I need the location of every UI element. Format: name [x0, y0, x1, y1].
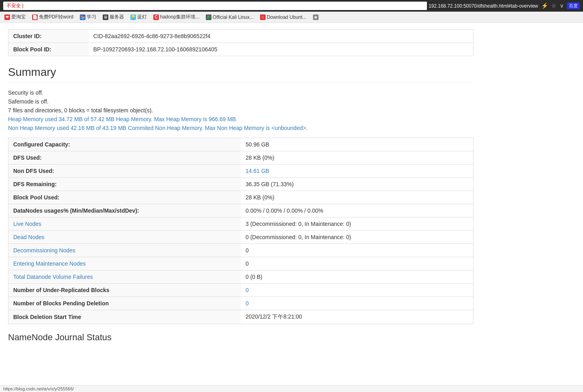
bookmark-hadoop[interactable]: C hadoop集群环境... — [151, 13, 201, 21]
pending-deletion-row: Number of Blocks Pending Deletion 0 — [8, 297, 473, 310]
bookmark-ubuntu-label: Download Ubunt... — [267, 14, 307, 20]
datanodes-usages-row: DataNodes usages% (Min/Median/Max/stdDev… — [8, 204, 473, 217]
bookmark-misc[interactable]: ■ — [311, 14, 321, 21]
node-section-heading: NameNode Journal Status — [8, 332, 473, 343]
under-replicated-link[interactable]: 0 — [246, 287, 249, 293]
volume-failures-value: 0 (0 B) — [241, 270, 473, 284]
bookmark-kali-label: Official Kali Linux... — [213, 14, 254, 20]
volume-failures-link[interactable]: Total Datanode Volume Failures — [13, 274, 93, 280]
lantern-icon: 💡 — [130, 14, 136, 20]
non-dfs-used-value: 14.61 GB — [241, 165, 473, 178]
browser-url: 不安全 | — [3, 2, 427, 10]
dead-nodes-value: 0 (Decommissioned: 0, In Maintenance: 0) — [241, 231, 473, 244]
bookmark-aitaobao-label: 爱淘宝 — [11, 14, 26, 20]
dead-nodes-link[interactable]: Dead Nodes — [13, 234, 45, 240]
bookmark-server-label: 服务器 — [110, 14, 124, 20]
star-icon[interactable]: ☆ — [551, 2, 557, 9]
under-replicated-value: 0 — [241, 284, 473, 297]
block-deletion-time-row: Block Deletion Start Time 2020/12/2 下午8:… — [8, 310, 473, 324]
cluster-id-value: CID-82aa2692-6926-4c86-9273-8e8b906522f4 — [89, 30, 473, 43]
safemode-status: Safemode is off. — [8, 98, 473, 105]
dfs-used-value: 28 KB (0%) — [241, 151, 473, 165]
pending-deletion-link[interactable]: 0 — [246, 300, 249, 307]
maintenance-nodes-label: Entering Maintenance Nodes — [8, 257, 241, 270]
block-pool-used-row: Block Pool Used: 28 KB (0%) — [8, 191, 473, 204]
dead-nodes-label: Dead Nodes — [8, 231, 241, 244]
dfs-used-label: DFS Used: — [8, 151, 241, 165]
bookmark-study[interactable]: 📚 学习 — [78, 13, 98, 21]
misc-icon: ■ — [313, 14, 319, 20]
summary-lines: Security is off. Safemode is off. 7 file… — [8, 89, 473, 131]
page-content: Cluster ID: CID-82aa2692-6926-4c86-9273-… — [0, 23, 481, 349]
datanodes-usages-value: 0.00% / 0.00% / 0.00% / 0.00% — [241, 204, 473, 217]
configured-capacity-label: Configured Capacity: — [8, 138, 241, 151]
summary-heading: Summary — [8, 66, 473, 83]
cluster-id-row: Cluster ID: CID-82aa2692-6926-4c86-9273-… — [8, 30, 473, 43]
ubuntu-icon: ○ — [260, 14, 266, 20]
cluster-id-label: Cluster ID: — [8, 30, 89, 43]
bookmark-pdf[interactable]: 📄 免费PDF转word — [30, 13, 75, 21]
under-replicated-row: Number of Under-Replicated Blocks 0 — [8, 284, 473, 297]
browser-icons: ⚡ ☆ ∨ 百度 — [541, 2, 580, 9]
block-pool-id-row: Block Pool ID: BP-1092720693-192.168.72.… — [8, 43, 473, 56]
pending-deletion-label: Number of Blocks Pending Deletion — [8, 297, 241, 310]
bookmark-ubuntu[interactable]: ○ Download Ubunt... — [258, 14, 309, 21]
hadoop-icon: C — [153, 14, 159, 20]
live-nodes-value: 3 (Decommissioned: 0, In Maintenance: 0) — [241, 217, 473, 231]
under-replicated-label: Number of Under-Replicated Blocks — [8, 284, 241, 297]
live-nodes-link[interactable]: Live Nodes — [13, 221, 41, 227]
summary-data-table: Configured Capacity: 50.96 GB DFS Used: … — [8, 138, 473, 324]
live-nodes-label: Live Nodes — [8, 217, 241, 231]
dead-nodes-row: Dead Nodes 0 (Decommissioned: 0, In Main… — [8, 231, 473, 244]
block-deletion-time-label: Block Deletion Start Time — [8, 310, 241, 324]
dfs-remaining-row: DFS Remaining: 36.35 GB (71.33%) — [8, 178, 473, 191]
cluster-info-table: Cluster ID: CID-82aa2692-6926-4c86-9273-… — [8, 29, 473, 56]
pending-deletion-value: 0 — [241, 297, 473, 310]
menu-icon[interactable]: ∨ — [560, 2, 564, 9]
aitaobao-icon: ❤ — [4, 14, 10, 20]
url-display: 192.168.72.100:50070/dfshealth.html#tab-… — [429, 3, 538, 9]
configured-capacity-row: Configured Capacity: 50.96 GB — [8, 138, 473, 151]
bookmark-hadoop-label: hadoop集群环境... — [160, 14, 199, 20]
decommissioning-nodes-label: Decommissioning Nodes — [8, 244, 241, 257]
volume-failures-row: Total Datanode Volume Failures 0 (0 B) — [8, 270, 473, 284]
bookmark-study-label: 学习 — [87, 14, 96, 20]
configured-capacity-value: 50.96 GB — [241, 138, 473, 151]
live-nodes-row: Live Nodes 3 (Decommissioned: 0, In Main… — [8, 217, 473, 231]
bookmark-lantern[interactable]: 💡 蓝灯 — [128, 13, 149, 21]
security-status: Security is off. — [8, 89, 473, 96]
non-dfs-used-label: Non DFS Used: — [8, 165, 241, 178]
files-blocks-status: 7 files and directories, 0 blocks = tota… — [8, 107, 473, 114]
dfs-used-row: DFS Used: 28 KB (0%) — [8, 151, 473, 165]
volume-failures-label: Total Datanode Volume Failures — [8, 270, 241, 284]
decommissioning-nodes-row: Decommissioning Nodes 0 — [8, 244, 473, 257]
bookmark-pdf-label: 免费PDF转word — [39, 14, 73, 20]
dfs-remaining-label: DFS Remaining: — [8, 178, 241, 191]
block-deletion-time-value: 2020/12/2 下午8:21:00 — [241, 310, 473, 324]
bookmarks-bar: ❤ 爱淘宝 📄 免费PDF转word 📚 学习 🖥 服务器 💡 蓝灯 C had… — [0, 12, 583, 23]
dfs-remaining-value: 36.35 GB (71.33%) — [241, 178, 473, 191]
maintenance-nodes-row: Entering Maintenance Nodes 0 — [8, 257, 473, 270]
baidu-icon: 百度 — [567, 2, 580, 9]
datanodes-usages-label: DataNodes usages% (Min/Median/Max/stdDev… — [8, 204, 241, 217]
bookmark-aitaobao[interactable]: ❤ 爱淘宝 — [2, 13, 28, 21]
lightning-icon: ⚡ — [541, 2, 548, 9]
study-icon: 📚 — [80, 14, 85, 20]
server-icon: 🖥 — [103, 14, 108, 20]
browser-bar: 不安全 | 192.168.72.100:50070/dfshealth.htm… — [0, 0, 583, 12]
maintenance-nodes-value: 0 — [241, 257, 473, 270]
block-pool-id-label: Block Pool ID: — [8, 43, 89, 56]
bookmark-lantern-label: 蓝灯 — [137, 14, 147, 20]
non-dfs-used-row: Non DFS Used: 14.61 GB — [8, 165, 473, 178]
kali-icon: 🐉 — [206, 14, 211, 20]
maintenance-nodes-link[interactable]: Entering Maintenance Nodes — [13, 260, 86, 267]
bookmark-kali[interactable]: 🐉 Official Kali Linux... — [204, 14, 256, 21]
heap-memory-status: Heap Memory used 34.72 MB of 57.42 MB He… — [8, 116, 473, 122]
block-pool-used-value: 28 KB (0%) — [241, 191, 473, 204]
non-heap-memory-status: Non Heap Memory used 42.16 MB of 43.19 M… — [8, 125, 473, 131]
bookmark-server[interactable]: 🖥 服务器 — [101, 13, 126, 21]
pdf-icon: 📄 — [32, 14, 38, 20]
decommissioning-nodes-value: 0 — [241, 244, 473, 257]
decommissioning-nodes-link[interactable]: Decommissioning Nodes — [13, 247, 75, 254]
block-pool-used-label: Block Pool Used: — [8, 191, 241, 204]
